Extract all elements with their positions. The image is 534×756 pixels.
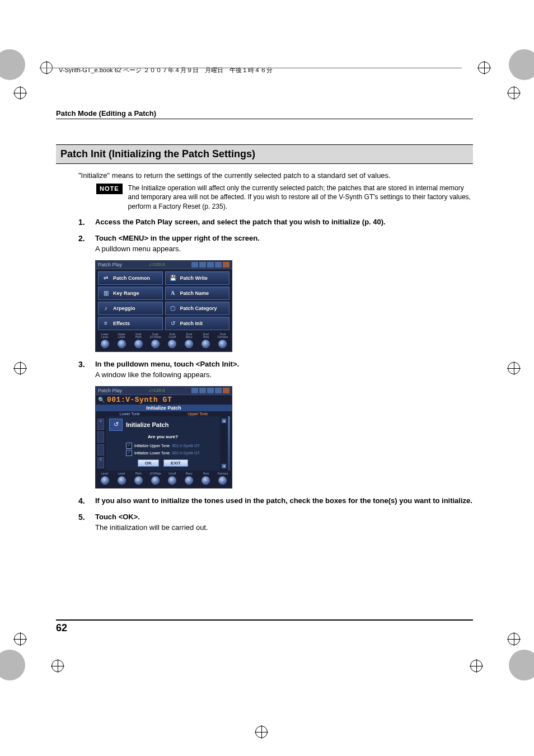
knob-dial[interactable] xyxy=(218,476,227,485)
toolbar-icon[interactable] xyxy=(215,388,222,393)
toolbar-icon[interactable] xyxy=(199,388,206,393)
toolbar-icon[interactable] xyxy=(207,262,214,267)
knob-dial[interactable] xyxy=(134,476,143,485)
menu-patch-name[interactable]: APatch Name xyxy=(165,287,230,300)
knob-dial[interactable] xyxy=(151,476,160,485)
knob-label: LFORate xyxy=(149,472,161,475)
tab-lower-tone[interactable]: Lower Tone xyxy=(96,411,164,416)
menu-label: Patch Init xyxy=(180,321,203,326)
exit-button[interactable]: EXIT xyxy=(163,459,188,467)
letter-a-icon: A xyxy=(167,288,179,298)
step-2: 2. Touch <MENU> in the upper right of th… xyxy=(78,233,473,255)
step-subtext: The initialization will be carried out. xyxy=(95,522,473,533)
step-5: 5. Touch <OK>. The initialization will b… xyxy=(78,511,473,533)
effects-icon: ≡ xyxy=(100,318,111,328)
toolbar-icons xyxy=(191,262,229,267)
registration-mark xyxy=(508,87,520,99)
knob-dial[interactable] xyxy=(202,476,210,485)
menu-patch-init[interactable]: ↺Patch Init xyxy=(165,317,230,330)
knob-dial[interactable] xyxy=(185,476,193,485)
toolbar-icon[interactable] xyxy=(207,388,214,393)
knob-dial[interactable] xyxy=(202,340,210,348)
init-icon: ↺ xyxy=(109,419,123,431)
knob-dial[interactable] xyxy=(218,340,227,348)
step-title: Touch <MENU> in the upper right of the s… xyxy=(95,233,473,244)
patch-name-display: 001:V-Synth GT xyxy=(107,396,172,404)
toolbar-icon[interactable] xyxy=(223,388,229,393)
knob-dial[interactable] xyxy=(168,476,176,485)
knob-label: Dual Formant xyxy=(217,333,228,339)
check-value: 001:V-Synth GT xyxy=(172,451,200,455)
checkbox-icon[interactable]: ✓ xyxy=(126,450,132,456)
sidebar-button[interactable]: C xyxy=(97,419,104,430)
knob-dial[interactable] xyxy=(118,340,126,348)
menu-patch-common[interactable]: ⇄Patch Common xyxy=(98,271,163,285)
decorative-circle xyxy=(509,49,534,80)
registration-mark xyxy=(508,633,520,645)
step-number: 1. xyxy=(78,217,87,228)
search-icon[interactable]: 🔍 xyxy=(98,397,105,403)
menu-label: Patch Common xyxy=(113,275,150,281)
registration-mark xyxy=(255,726,268,738)
menu-label: Patch Category xyxy=(180,306,217,311)
category-icon: ▢ xyxy=(167,303,179,313)
step-number: 4. xyxy=(78,495,87,507)
knob-label: Dual Time xyxy=(200,333,212,339)
menu-label: Patch Name xyxy=(180,290,209,296)
scroll-down-icon[interactable]: ▾ xyxy=(222,464,226,468)
toolbar-icon[interactable] xyxy=(223,262,229,267)
step-subtext: A pulldown menu appears. xyxy=(95,243,473,255)
sidebar-button[interactable] xyxy=(97,431,104,443)
knob-dial[interactable] xyxy=(134,340,143,348)
knob-dial[interactable] xyxy=(185,340,193,348)
decorative-circle xyxy=(0,650,25,680)
check-row-upper[interactable]: ✓ Initialize Upper Tone 001:V-Synth GT xyxy=(109,443,217,449)
menu-effects[interactable]: ≡Effects xyxy=(98,317,163,330)
knob-label: Upper Level xyxy=(116,333,127,339)
menu-patch-write[interactable]: 💾Patch Write xyxy=(165,271,230,285)
book-header: V-Synth-GT_e.book 62 ページ ２００７年４月９日 月曜日 午… xyxy=(59,66,273,74)
sidebar-button[interactable]: C xyxy=(97,457,104,468)
menu-label: Patch Write xyxy=(180,275,208,281)
registration-mark xyxy=(14,362,26,374)
step-3: 3. In the pulldown menu, touch <Patch In… xyxy=(78,359,473,381)
tab-upper-tone[interactable]: Upper Tone xyxy=(164,411,232,416)
menu-arpeggio[interactable]: ♪Arpeggio xyxy=(98,302,163,315)
menu-key-range[interactable]: ▥Key Range xyxy=(98,287,163,300)
checkbox-icon[interactable]: ✓ xyxy=(126,443,132,449)
toolbar-icon[interactable] xyxy=(191,262,198,267)
confirmation-text: Are you sure? xyxy=(109,434,217,439)
knob-dial[interactable] xyxy=(168,340,176,348)
knob-dial[interactable] xyxy=(151,340,160,348)
knob-dial[interactable] xyxy=(101,340,109,348)
check-row-lower[interactable]: ✓ Initialize Lower Tone 001:V-Synth GT xyxy=(109,450,217,456)
scrollbar[interactable]: ▴ ▾ xyxy=(222,416,226,471)
keyboard-icon: ▥ xyxy=(100,288,111,298)
sidebar-button[interactable] xyxy=(97,444,104,456)
note-text: The Initialize operation will affect onl… xyxy=(128,184,473,211)
disk-icon: 💾 xyxy=(167,273,179,283)
check-label: Initialize Upper Tone xyxy=(134,444,170,448)
registration-mark xyxy=(14,633,26,645)
note-badge: NOTE xyxy=(96,184,123,194)
knob-label: Time xyxy=(200,472,212,475)
toolbar-icon[interactable] xyxy=(191,388,198,393)
tempo-display: ♩=120.0 xyxy=(149,388,165,393)
knob-label: Pitch xyxy=(133,472,144,475)
ok-button[interactable]: OK xyxy=(138,459,159,467)
knob-label: Level xyxy=(116,472,127,475)
scroll-up-icon[interactable]: ▴ xyxy=(222,419,226,423)
toolbar-icons xyxy=(191,388,229,393)
toolbar-icon[interactable] xyxy=(215,262,222,267)
toolbar-icon[interactable] xyxy=(199,262,206,267)
screen-title: Patch Play xyxy=(98,388,122,393)
knob-dial[interactable] xyxy=(118,476,126,485)
knob-dial[interactable] xyxy=(101,476,109,485)
dialog-header: Initialize Patch xyxy=(126,421,168,428)
dialog-titlebar: Initialize Patch xyxy=(96,405,232,411)
registration-mark xyxy=(478,62,490,74)
step-number: 2. xyxy=(78,233,87,255)
intro-text: "Initialize" means to return the setting… xyxy=(78,171,473,181)
menu-patch-category[interactable]: ▢Patch Category xyxy=(165,302,230,315)
decorative-circle xyxy=(0,49,25,80)
